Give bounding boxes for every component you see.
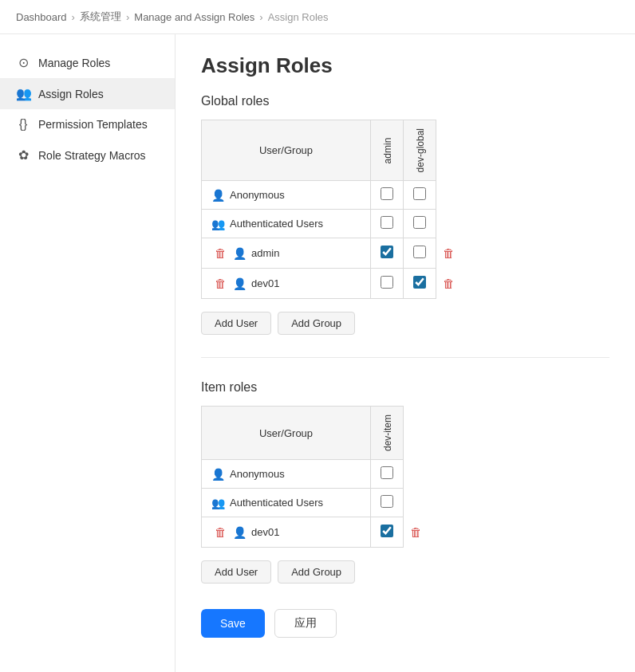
user-name-auth-item: Authenticated Users xyxy=(230,497,323,509)
permission-templates-icon: {} xyxy=(16,117,30,132)
page-title: Assign Roles xyxy=(201,53,609,78)
item-add-group-button[interactable]: Add Group xyxy=(278,560,355,584)
user-name-dev01-item: dev01 xyxy=(251,526,279,538)
delete-admin-global-right-button[interactable]: 🗑 xyxy=(440,245,458,261)
sidebar-item-role-strategy-macros[interactable]: ✿ Role Strategy Macros xyxy=(0,140,175,171)
sidebar-label-assign-roles: Assign Roles xyxy=(38,88,104,100)
sidebar-label-permission-templates: Permission Templates xyxy=(38,118,148,131)
sidebar: ⊙ Manage Roles 👥 Assign Roles {} Permiss… xyxy=(0,34,176,672)
global-roles-section: Global roles User/Group admin dev-global xyxy=(201,94,609,335)
manage-roles-icon: ⊙ xyxy=(16,55,30,70)
item-add-buttons: Add User Add Group xyxy=(201,560,609,584)
item-roles-section: Item roles User/Group dev-item xyxy=(201,380,609,584)
breadcrumb-manage-assign[interactable]: Manage and Assign Roles xyxy=(134,11,254,23)
delete-dev01-global-right-button[interactable]: 🗑 xyxy=(440,275,458,292)
delete-admin-global-button[interactable]: 🗑 xyxy=(211,245,230,261)
item-add-user-button[interactable]: Add User xyxy=(201,560,271,584)
apply-button[interactable]: 应用 xyxy=(274,609,337,638)
table-row: 🗑 👤 admin 🗑 xyxy=(202,238,462,269)
user-icon-anonymous-global: 👤 xyxy=(211,189,225,202)
global-col-dev-global: dev-global xyxy=(404,120,436,181)
user-name-anonymous-global: Anonymous xyxy=(230,189,285,201)
group-icon-auth-item: 👥 xyxy=(211,497,225,509)
role-strategy-macros-icon: ✿ xyxy=(16,147,30,163)
global-add-user-button[interactable]: Add User xyxy=(201,312,271,335)
delete-dev01-item-right-button[interactable]: 🗑 xyxy=(407,524,425,540)
breadcrumb: Dashboard › 系统管理 › Manage and Assign Rol… xyxy=(0,0,635,34)
delete-dev01-global-button[interactable]: 🗑 xyxy=(211,275,230,292)
item-user-group-header: User/Group xyxy=(202,407,371,460)
global-roles-title: Global roles xyxy=(201,94,609,108)
table-row: 👤 Anonymous xyxy=(202,181,462,210)
user-icon-admin-global: 👤 xyxy=(233,247,247,260)
item-roles-title: Item roles xyxy=(201,380,609,395)
checkbox-auth-devitem[interactable] xyxy=(381,495,393,508)
sidebar-label-manage-roles: Manage Roles xyxy=(38,57,110,69)
item-col-dev-item: dev-item xyxy=(371,407,404,460)
global-roles-table: User/Group admin dev-global 👤 xyxy=(201,120,462,299)
breadcrumb-sysadmin[interactable]: 系统管理 xyxy=(80,10,121,24)
table-row: 🗑 👤 dev01 🗑 xyxy=(202,269,462,299)
bottom-actions: Save 应用 xyxy=(201,609,609,638)
sidebar-label-role-strategy-macros: Role Strategy Macros xyxy=(38,149,146,162)
breadcrumb-dashboard[interactable]: Dashboard xyxy=(16,11,67,23)
user-icon-anonymous-item: 👤 xyxy=(211,468,225,481)
user-name-admin-global: admin xyxy=(251,247,279,259)
checkbox-dev01-admin[interactable] xyxy=(381,276,393,289)
delete-dev01-item-button[interactable]: 🗑 xyxy=(211,524,230,540)
checkbox-auth-admin[interactable] xyxy=(381,216,393,229)
table-row: 👥 Authenticated Users xyxy=(202,489,429,517)
breadcrumb-current: Assign Roles xyxy=(268,11,329,23)
group-icon-auth-global: 👥 xyxy=(211,218,225,230)
table-row: 👥 Authenticated Users xyxy=(202,210,462,238)
user-name-anonymous-item: Anonymous xyxy=(230,468,285,480)
user-icon-dev01-global: 👤 xyxy=(233,277,247,290)
sidebar-item-permission-templates[interactable]: {} Permission Templates xyxy=(0,109,175,140)
sidebar-item-assign-roles[interactable]: 👥 Assign Roles xyxy=(0,78,175,109)
global-col-admin: admin xyxy=(371,120,404,181)
assign-roles-icon: 👥 xyxy=(16,86,30,101)
checkbox-anonymous-devglobal[interactable] xyxy=(413,187,426,200)
checkbox-admin-devglobal[interactable] xyxy=(413,246,426,258)
checkbox-auth-devglobal[interactable] xyxy=(413,216,426,229)
main-content: Assign Roles Global roles User/Group adm… xyxy=(176,34,635,672)
user-name-dev01-global: dev01 xyxy=(251,277,279,289)
global-add-buttons: Add User Add Group xyxy=(201,312,609,335)
save-button[interactable]: Save xyxy=(201,609,265,638)
checkbox-dev01-devglobal[interactable] xyxy=(413,276,426,289)
global-add-group-button[interactable]: Add Group xyxy=(278,312,355,335)
section-divider xyxy=(201,357,609,358)
sidebar-item-manage-roles[interactable]: ⊙ Manage Roles xyxy=(0,47,175,78)
checkbox-anonymous-devitem[interactable] xyxy=(381,466,393,479)
item-roles-table: User/Group dev-item 👤 Anonymous xyxy=(201,406,429,548)
user-icon-dev01-item: 👤 xyxy=(233,526,247,539)
checkbox-admin-admin[interactable] xyxy=(381,246,393,258)
checkbox-anonymous-admin[interactable] xyxy=(381,187,393,200)
global-user-group-header: User/Group xyxy=(202,120,371,181)
table-row: 🗑 👤 dev01 🗑 xyxy=(202,517,429,548)
item-roles-table-wrapper: User/Group dev-item 👤 Anonymous xyxy=(201,406,609,548)
table-row: 👤 Anonymous xyxy=(202,460,429,489)
user-name-auth-global: Authenticated Users xyxy=(230,218,323,230)
global-roles-table-wrapper: User/Group admin dev-global 👤 xyxy=(201,120,609,299)
checkbox-dev01-devitem[interactable] xyxy=(381,525,393,537)
